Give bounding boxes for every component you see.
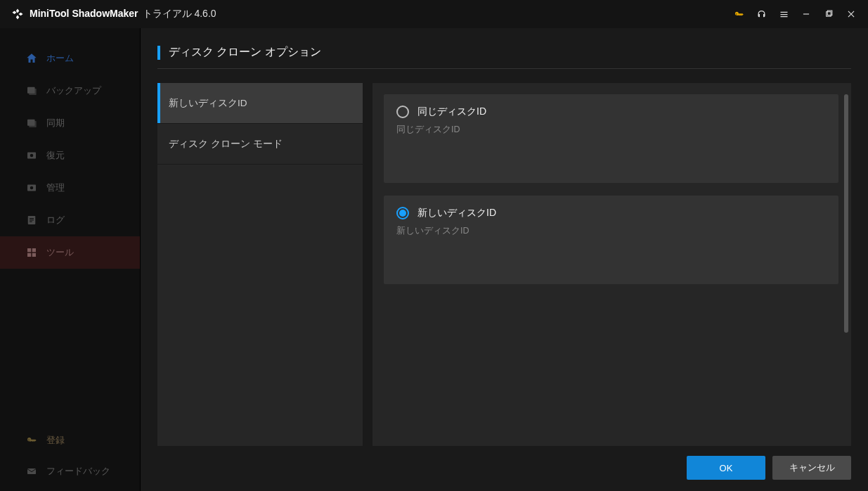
scrollbar[interactable] [844, 94, 848, 435]
tab-new-disk-id[interactable]: 新しいディスクID [157, 83, 363, 124]
titlebar: MiniTool ShadowMakerトライアル 4.6.0 [0, 0, 868, 28]
sidebar-item-label: バックアップ [46, 84, 101, 97]
tab-label: ディスク クローン モード [169, 138, 283, 151]
svg-rect-0 [803, 13, 809, 14]
svg-rect-17 [27, 253, 31, 257]
sidebar-item-label: ログ [46, 214, 65, 227]
menu-icon[interactable] [772, 3, 795, 25]
scrollbar-thumb[interactable] [844, 94, 848, 333]
sidebar-item-label: ホーム [46, 52, 74, 65]
mail-icon [25, 465, 38, 478]
sidebar-item-label: フィードバック [46, 465, 110, 478]
option-desc: 新しいディスクID [396, 225, 826, 237]
ok-button[interactable]: OK [687, 456, 765, 480]
sidebar-item-label: 復元 [46, 149, 65, 162]
svg-rect-14 [30, 222, 32, 222]
manage-icon [25, 181, 38, 194]
page-title: ディスク クローン オプション [169, 45, 321, 60]
tab-label: 新しいディスクID [169, 97, 247, 110]
sidebar-item-label: 同期 [46, 117, 65, 129]
backup-icon [25, 84, 38, 97]
sidebar-item-tools[interactable]: ツール [0, 236, 140, 269]
option-same-disk-id[interactable]: 同じディスクID 同じディスクID [384, 94, 838, 183]
header-accent-bar [157, 46, 160, 60]
option-title: 同じディスクID [417, 106, 486, 118]
option-title: 新しいディスクID [417, 207, 496, 219]
restore-icon [25, 149, 38, 162]
maximize-icon[interactable] [817, 3, 840, 25]
sidebar: ホーム バックアップ 同期 復元 管理 ログ [0, 28, 141, 491]
sidebar-item-sync[interactable]: 同期 [0, 107, 140, 139]
minimize-icon[interactable] [795, 3, 817, 25]
svg-point-10 [30, 186, 34, 190]
sidebar-item-manage[interactable]: 管理 [0, 172, 140, 204]
options-tab-list: 新しいディスクID ディスク クローン モード [157, 83, 363, 446]
page-header: ディスク クローン オプション [157, 45, 851, 69]
home-icon [25, 52, 38, 65]
svg-rect-18 [32, 253, 36, 257]
app-logo-icon [11, 8, 24, 20]
cancel-button[interactable]: キャンセル [772, 456, 851, 480]
svg-point-8 [30, 154, 34, 158]
tools-icon [25, 246, 38, 259]
key-icon [25, 434, 38, 447]
sidebar-item-home[interactable]: ホーム [0, 42, 140, 75]
svg-rect-2 [827, 11, 832, 15]
svg-rect-16 [32, 248, 36, 252]
svg-rect-12 [30, 218, 34, 219]
svg-rect-4 [29, 89, 37, 95]
dialog-footer: OK キャンセル [157, 446, 851, 480]
close-icon[interactable] [840, 3, 862, 25]
sidebar-item-feedback[interactable]: フィードバック [0, 456, 140, 487]
sidebar-item-label: 登録 [46, 434, 65, 447]
options-panel: 同じディスクID 同じディスクID 新しいディスクID 新しいディスクID [373, 83, 851, 446]
sidebar-item-restore[interactable]: 復元 [0, 139, 140, 172]
tab-clone-mode[interactable]: ディスク クローン モード [157, 124, 363, 165]
svg-rect-13 [30, 219, 34, 220]
radio-icon[interactable] [396, 207, 409, 219]
sidebar-item-backup[interactable]: バックアップ [0, 75, 140, 107]
sidebar-item-register[interactable]: 登録 [0, 425, 140, 456]
sidebar-item-label: ツール [46, 246, 74, 259]
main-area: ディスク クローン オプション 新しいディスクID ディスク クローン モード … [141, 28, 868, 491]
svg-rect-6 [29, 121, 37, 127]
sidebar-item-log[interactable]: ログ [0, 204, 140, 236]
svg-rect-15 [27, 248, 31, 252]
radio-icon[interactable] [396, 106, 409, 118]
sidebar-item-label: 管理 [46, 181, 65, 194]
key-icon[interactable] [727, 3, 750, 25]
sync-icon [25, 117, 38, 129]
option-new-disk-id[interactable]: 新しいディスクID 新しいディスクID [384, 196, 838, 284]
svg-rect-1 [826, 11, 831, 15]
log-icon [25, 214, 38, 227]
option-desc: 同じディスクID [396, 124, 826, 136]
svg-rect-19 [27, 468, 36, 474]
headset-icon[interactable] [750, 3, 772, 25]
app-title: MiniTool ShadowMakerトライアル 4.6.0 [30, 8, 216, 20]
